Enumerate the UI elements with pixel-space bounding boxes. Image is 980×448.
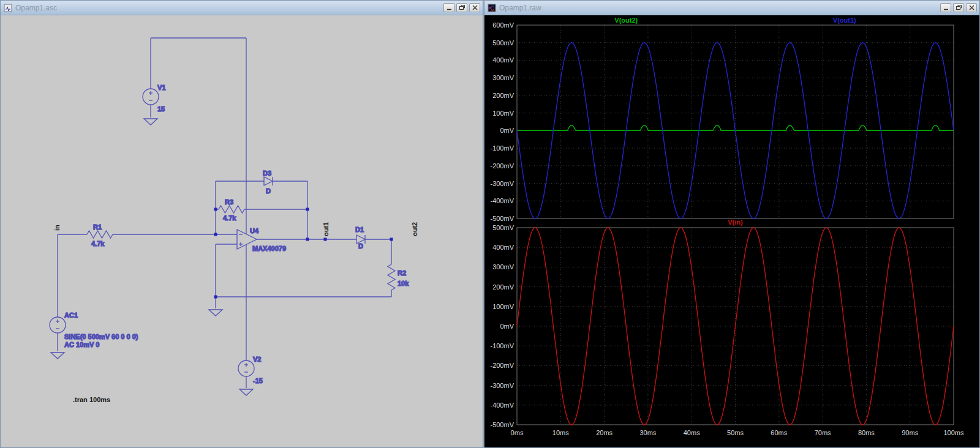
svg-text:-15: -15 (253, 377, 263, 384)
svg-text:-400mV: -400mV (490, 401, 514, 409)
svg-text:V1: V1 (157, 84, 165, 91)
svg-text:-100mV: -100mV (490, 144, 514, 152)
schematic-window-title: Opamp1.asc (15, 4, 440, 12)
waveform-canvas[interactable]: 600mV500mV400mV300mV200mV100mV0mV-100mV-… (484, 15, 979, 447)
svg-text:300mV: 300mV (492, 263, 514, 271)
legend-V(in)[interactable]: V(in) (728, 218, 743, 226)
svg-text:-300mV: -300mV (490, 382, 514, 389)
svg-text:200mV: 200mV (492, 283, 514, 291)
svg-text:D: D (266, 187, 271, 195)
waveform-restore-button[interactable] (953, 3, 964, 12)
svg-text:SINE(0 500mV 60 0 0 0): SINE(0 500mV 60 0 0 0) (64, 333, 138, 340)
svg-text:500mV: 500mV (492, 224, 514, 231)
schematic-minimize-button[interactable] (443, 3, 454, 12)
svg-text:-200mV: -200mV (490, 162, 514, 170)
svg-text:-200mV: -200mV (490, 362, 514, 369)
svg-text:-400mV: -400mV (490, 197, 514, 204)
waveform-titlebar[interactable]: Opamp1.raw (484, 1, 979, 15)
net-label-out1[interactable]: out1 (322, 222, 330, 236)
svg-text:U4: U4 (250, 227, 259, 234)
ltspice-app: Opamp1.asc V115AC1SINE(0 500mV 60 0 0 0)… (0, 0, 980, 448)
svg-text:10ms: 10ms (552, 429, 569, 436)
svg-text:400mV: 400mV (492, 56, 514, 64)
waveform-window: Opamp1.raw 600mV500mV400mV300mV200mV100m… (484, 0, 980, 448)
svg-text:200mV: 200mV (492, 92, 514, 99)
component-R2[interactable]: R210k (388, 264, 409, 290)
svg-text:30ms: 30ms (639, 429, 656, 436)
svg-text:D3: D3 (263, 170, 271, 177)
svg-text:4.7k: 4.7k (223, 214, 236, 222)
schematic-window-controls (443, 3, 480, 12)
ground-symbols (51, 119, 253, 395)
svg-text:R3: R3 (225, 198, 233, 206)
svg-text:R1: R1 (93, 223, 102, 231)
schematic-canvas[interactable]: V115AC1SINE(0 500mV 60 0 0 0)AC 10mV 0V2… (1, 15, 483, 447)
schematic-close-button[interactable] (469, 3, 480, 12)
junction-dots (214, 208, 393, 299)
component-V2[interactable]: V2-15 (238, 356, 263, 384)
svg-text:60ms: 60ms (771, 429, 787, 436)
schematic-window-icon (3, 3, 12, 12)
svg-text:0mV: 0mV (500, 323, 514, 330)
svg-text:-100mV: -100mV (490, 342, 514, 349)
svg-text:V2: V2 (253, 356, 261, 363)
svg-text:70ms: 70ms (815, 429, 831, 436)
svg-text:0ms: 0ms (511, 429, 524, 436)
svg-text:90ms: 90ms (902, 429, 918, 436)
component-R1[interactable]: R14.7k (87, 223, 113, 247)
svg-text:500mV: 500mV (492, 39, 514, 47)
waveform-window-icon (487, 3, 496, 12)
svg-text:10k: 10k (398, 280, 409, 287)
svg-text:-500mV: -500mV (490, 421, 514, 428)
svg-text:100mV: 100mV (492, 110, 514, 117)
svg-text:100ms: 100ms (943, 429, 964, 436)
component-AC1[interactable]: AC1SINE(0 500mV 60 0 0 0)AC 10mV 0 (50, 312, 138, 348)
svg-text:D1: D1 (355, 226, 364, 233)
svg-text:300mV: 300mV (492, 74, 514, 81)
svg-text:400mV: 400mV (492, 244, 514, 251)
legend-V(out2)[interactable]: V(out2) (614, 17, 638, 24)
component-R3[interactable]: R34.7k (219, 198, 244, 222)
spice-directive[interactable]: .tran 100ms (73, 396, 110, 403)
net-label-out2[interactable]: out2 (411, 222, 418, 236)
svg-text:-300mV: -300mV (490, 180, 514, 187)
svg-text:15: 15 (157, 105, 165, 113)
svg-text:AC 10mV 0: AC 10mV 0 (64, 341, 99, 348)
schematic-window: Opamp1.asc V115AC1SINE(0 500mV 60 0 0 0)… (0, 0, 483, 448)
legend-V(out1)[interactable]: V(out1) (833, 17, 856, 24)
svg-text:0mV: 0mV (500, 127, 514, 134)
svg-text:R2: R2 (398, 269, 406, 277)
net-label-in[interactable]: in (53, 225, 61, 231)
waveform-close-button[interactable] (966, 3, 977, 12)
component-D3[interactable]: D3D (263, 170, 273, 195)
svg-text:50ms: 50ms (727, 429, 744, 436)
svg-text:20ms: 20ms (596, 429, 612, 436)
schematic-titlebar[interactable]: Opamp1.asc (1, 1, 483, 15)
component-V1[interactable]: V115 (143, 84, 165, 113)
svg-text:80ms: 80ms (858, 429, 875, 436)
svg-text:4.7k: 4.7k (91, 240, 105, 247)
waveform-window-title: Opamp1.raw (499, 4, 937, 12)
component-D1[interactable]: D1D (355, 226, 365, 250)
svg-text:40ms: 40ms (684, 429, 700, 436)
svg-text:-500mV: -500mV (490, 215, 514, 222)
schematic-restore-button[interactable] (456, 3, 467, 12)
svg-text:MAX40079: MAX40079 (252, 245, 286, 252)
svg-text:D: D (358, 242, 363, 250)
waveform-minimize-button[interactable] (940, 3, 951, 12)
waveform-window-controls (940, 3, 977, 12)
svg-text:AC1: AC1 (64, 312, 78, 319)
svg-text:100mV: 100mV (492, 303, 514, 310)
svg-text:600mV: 600mV (492, 21, 514, 29)
